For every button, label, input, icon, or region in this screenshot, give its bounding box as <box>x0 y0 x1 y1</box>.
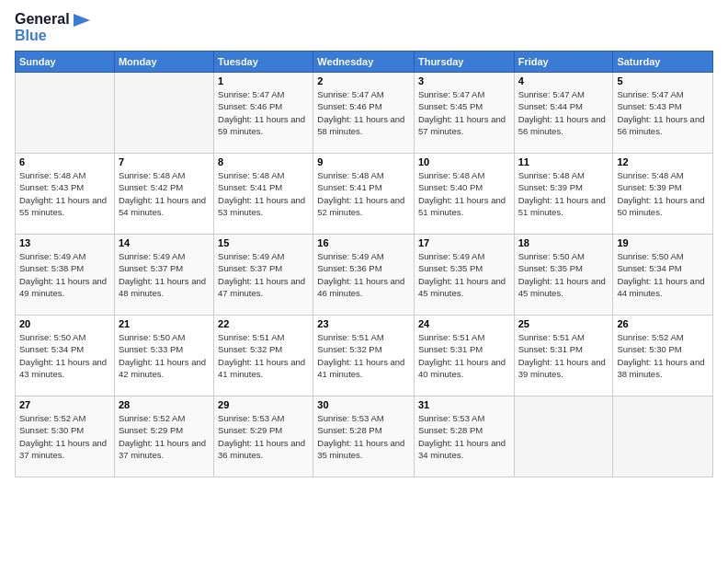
day-info: Sunrise: 5:49 AMSunset: 5:35 PMDaylight:… <box>418 250 510 299</box>
day-number: 21 <box>119 318 210 329</box>
calendar-cell <box>514 396 613 477</box>
day-number: 3 <box>418 75 510 86</box>
calendar-cell: 29Sunrise: 5:53 AMSunset: 5:29 PMDayligh… <box>214 396 313 477</box>
day-info: Sunrise: 5:49 AMSunset: 5:38 PMDaylight:… <box>19 250 110 299</box>
day-info: Sunrise: 5:48 AMSunset: 5:39 PMDaylight:… <box>518 169 609 218</box>
weekday-header-tuesday: Tuesday <box>214 52 313 73</box>
day-number: 11 <box>518 156 609 167</box>
calendar-cell: 23Sunrise: 5:51 AMSunset: 5:32 PMDayligh… <box>313 316 415 396</box>
day-info: Sunrise: 5:53 AMSunset: 5:28 PMDaylight:… <box>418 412 510 461</box>
day-info: Sunrise: 5:51 AMSunset: 5:31 PMDaylight:… <box>418 331 510 380</box>
calendar-cell <box>114 73 213 154</box>
calendar-cell: 8Sunrise: 5:48 AMSunset: 5:41 PMDaylight… <box>214 154 313 235</box>
calendar-week-row: 20Sunrise: 5:50 AMSunset: 5:34 PMDayligh… <box>16 316 713 396</box>
day-number: 4 <box>518 75 609 86</box>
calendar-cell: 5Sunrise: 5:47 AMSunset: 5:43 PMDaylight… <box>613 73 713 154</box>
calendar-cell: 3Sunrise: 5:47 AMSunset: 5:45 PMDaylight… <box>414 73 514 154</box>
day-info: Sunrise: 5:50 AMSunset: 5:34 PMDaylight:… <box>19 331 110 380</box>
day-info: Sunrise: 5:48 AMSunset: 5:43 PMDaylight:… <box>19 169 110 218</box>
calendar-cell: 31Sunrise: 5:53 AMSunset: 5:28 PMDayligh… <box>414 396 514 477</box>
calendar-cell: 26Sunrise: 5:52 AMSunset: 5:30 PMDayligh… <box>613 316 713 396</box>
day-info: Sunrise: 5:52 AMSunset: 5:30 PMDaylight:… <box>617 331 709 380</box>
calendar-cell: 14Sunrise: 5:49 AMSunset: 5:37 PMDayligh… <box>114 235 213 316</box>
calendar-cell: 16Sunrise: 5:49 AMSunset: 5:36 PMDayligh… <box>313 235 415 316</box>
day-number: 28 <box>119 399 210 410</box>
calendar-cell: 21Sunrise: 5:50 AMSunset: 5:33 PMDayligh… <box>114 316 213 396</box>
calendar-week-row: 27Sunrise: 5:52 AMSunset: 5:30 PMDayligh… <box>16 396 713 477</box>
calendar-table: SundayMondayTuesdayWednesdayThursdayFrid… <box>15 51 713 477</box>
day-number: 16 <box>317 237 410 248</box>
calendar-cell: 2Sunrise: 5:47 AMSunset: 5:46 PMDaylight… <box>313 73 415 154</box>
weekday-header-row: SundayMondayTuesdayWednesdayThursdayFrid… <box>16 52 713 73</box>
day-number: 20 <box>19 318 110 329</box>
day-info: Sunrise: 5:47 AMSunset: 5:46 PMDaylight:… <box>218 88 309 137</box>
day-info: Sunrise: 5:51 AMSunset: 5:31 PMDaylight:… <box>518 331 609 380</box>
day-info: Sunrise: 5:48 AMSunset: 5:42 PMDaylight:… <box>119 169 210 218</box>
weekday-header-thursday: Thursday <box>414 52 514 73</box>
day-number: 29 <box>218 399 309 410</box>
day-info: Sunrise: 5:47 AMSunset: 5:45 PMDaylight:… <box>418 88 510 137</box>
day-number: 14 <box>119 237 210 248</box>
calendar-cell: 11Sunrise: 5:48 AMSunset: 5:39 PMDayligh… <box>514 154 613 235</box>
logo: General Blue <box>15 11 90 43</box>
day-number: 1 <box>218 75 309 86</box>
calendar-cell <box>613 396 713 477</box>
day-number: 27 <box>19 399 110 410</box>
day-info: Sunrise: 5:49 AMSunset: 5:37 PMDaylight:… <box>119 250 210 299</box>
day-number: 17 <box>418 237 510 248</box>
weekday-header-wednesday: Wednesday <box>313 52 415 73</box>
day-info: Sunrise: 5:47 AMSunset: 5:43 PMDaylight:… <box>617 88 709 137</box>
day-info: Sunrise: 5:48 AMSunset: 5:39 PMDaylight:… <box>617 169 709 218</box>
calendar-header: SundayMondayTuesdayWednesdayThursdayFrid… <box>16 52 713 73</box>
calendar-cell: 13Sunrise: 5:49 AMSunset: 5:38 PMDayligh… <box>16 235 115 316</box>
day-info: Sunrise: 5:48 AMSunset: 5:40 PMDaylight:… <box>418 169 510 218</box>
day-number: 15 <box>218 237 309 248</box>
day-number: 6 <box>19 156 110 167</box>
day-number: 30 <box>317 399 410 410</box>
day-number: 7 <box>119 156 210 167</box>
day-info: Sunrise: 5:52 AMSunset: 5:29 PMDaylight:… <box>119 412 210 461</box>
calendar-cell: 24Sunrise: 5:51 AMSunset: 5:31 PMDayligh… <box>414 316 514 396</box>
weekday-header-friday: Friday <box>514 52 613 73</box>
page-header: General Blue <box>15 11 713 43</box>
weekday-header-sunday: Sunday <box>16 52 115 73</box>
day-number: 5 <box>617 75 709 86</box>
calendar-cell: 28Sunrise: 5:52 AMSunset: 5:29 PMDayligh… <box>114 396 213 477</box>
day-info: Sunrise: 5:47 AMSunset: 5:44 PMDaylight:… <box>518 88 609 137</box>
calendar-cell: 19Sunrise: 5:50 AMSunset: 5:34 PMDayligh… <box>613 235 713 316</box>
calendar-cell: 20Sunrise: 5:50 AMSunset: 5:34 PMDayligh… <box>16 316 115 396</box>
day-number: 2 <box>317 75 410 86</box>
day-info: Sunrise: 5:52 AMSunset: 5:30 PMDaylight:… <box>19 412 110 461</box>
day-info: Sunrise: 5:50 AMSunset: 5:33 PMDaylight:… <box>119 331 210 380</box>
day-number: 19 <box>617 237 709 248</box>
calendar-week-row: 6Sunrise: 5:48 AMSunset: 5:43 PMDaylight… <box>16 154 713 235</box>
logo-arrow-icon <box>74 14 90 27</box>
day-info: Sunrise: 5:48 AMSunset: 5:41 PMDaylight:… <box>218 169 309 218</box>
day-info: Sunrise: 5:51 AMSunset: 5:32 PMDaylight:… <box>218 331 309 380</box>
calendar-cell: 25Sunrise: 5:51 AMSunset: 5:31 PMDayligh… <box>514 316 613 396</box>
logo-graphic: General Blue <box>15 11 90 43</box>
day-info: Sunrise: 5:47 AMSunset: 5:46 PMDaylight:… <box>317 88 410 137</box>
day-number: 25 <box>518 318 609 329</box>
calendar-cell: 18Sunrise: 5:50 AMSunset: 5:35 PMDayligh… <box>514 235 613 316</box>
calendar-cell: 6Sunrise: 5:48 AMSunset: 5:43 PMDaylight… <box>16 154 115 235</box>
day-number: 26 <box>617 318 709 329</box>
calendar-cell: 7Sunrise: 5:48 AMSunset: 5:42 PMDaylight… <box>114 154 213 235</box>
calendar-body: 1Sunrise: 5:47 AMSunset: 5:46 PMDaylight… <box>16 73 713 477</box>
day-number: 23 <box>317 318 410 329</box>
logo-text-line1: General <box>15 11 90 28</box>
calendar-cell <box>16 73 115 154</box>
day-number: 9 <box>317 156 410 167</box>
calendar-cell: 22Sunrise: 5:51 AMSunset: 5:32 PMDayligh… <box>214 316 313 396</box>
calendar-week-row: 1Sunrise: 5:47 AMSunset: 5:46 PMDaylight… <box>16 73 713 154</box>
day-info: Sunrise: 5:50 AMSunset: 5:34 PMDaylight:… <box>617 250 709 299</box>
calendar-cell: 1Sunrise: 5:47 AMSunset: 5:46 PMDaylight… <box>214 73 313 154</box>
calendar-cell: 9Sunrise: 5:48 AMSunset: 5:41 PMDaylight… <box>313 154 415 235</box>
calendar-cell: 27Sunrise: 5:52 AMSunset: 5:30 PMDayligh… <box>16 396 115 477</box>
calendar-cell: 10Sunrise: 5:48 AMSunset: 5:40 PMDayligh… <box>414 154 514 235</box>
day-info: Sunrise: 5:53 AMSunset: 5:28 PMDaylight:… <box>317 412 410 461</box>
calendar-cell: 4Sunrise: 5:47 AMSunset: 5:44 PMDaylight… <box>514 73 613 154</box>
calendar-cell: 12Sunrise: 5:48 AMSunset: 5:39 PMDayligh… <box>613 154 713 235</box>
day-info: Sunrise: 5:49 AMSunset: 5:37 PMDaylight:… <box>218 250 309 299</box>
calendar-cell: 17Sunrise: 5:49 AMSunset: 5:35 PMDayligh… <box>414 235 514 316</box>
